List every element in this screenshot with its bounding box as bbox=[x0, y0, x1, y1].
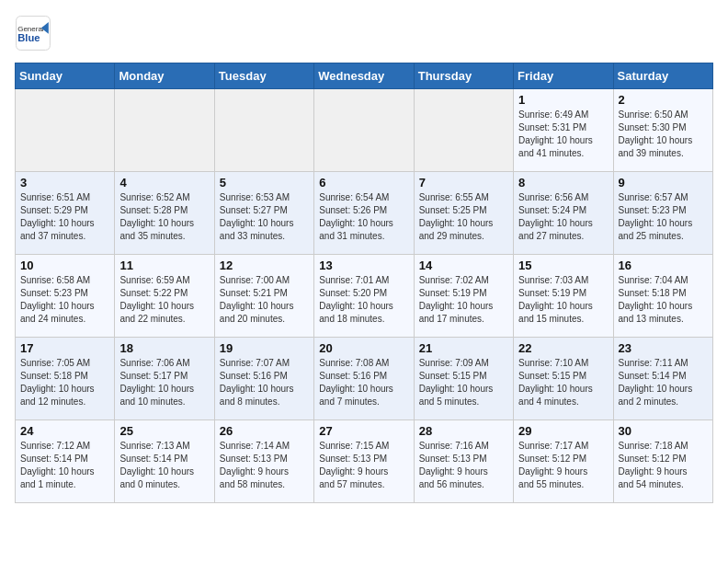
calendar-cell: 28Sunrise: 7:16 AM Sunset: 5:13 PM Dayli… bbox=[414, 420, 513, 503]
day-number: 8 bbox=[518, 176, 608, 190]
day-number: 28 bbox=[419, 424, 508, 438]
weekday-header-wednesday: Wednesday bbox=[314, 63, 414, 89]
day-info: Sunrise: 7:15 AM Sunset: 5:13 PM Dayligh… bbox=[319, 440, 408, 491]
day-number: 5 bbox=[220, 176, 309, 190]
day-number: 17 bbox=[20, 341, 109, 355]
day-info: Sunrise: 7:14 AM Sunset: 5:13 PM Dayligh… bbox=[220, 440, 309, 491]
calendar-cell: 20Sunrise: 7:08 AM Sunset: 5:16 PM Dayli… bbox=[314, 338, 414, 420]
page-header: General Blue bbox=[15, 15, 713, 52]
day-info: Sunrise: 7:07 AM Sunset: 5:16 PM Dayligh… bbox=[220, 357, 309, 408]
weekday-header-saturday: Saturday bbox=[613, 63, 712, 89]
day-number: 9 bbox=[619, 176, 708, 190]
day-info: Sunrise: 7:04 AM Sunset: 5:18 PM Dayligh… bbox=[619, 274, 708, 326]
calendar-cell bbox=[314, 89, 414, 172]
day-info: Sunrise: 7:09 AM Sunset: 5:15 PM Dayligh… bbox=[419, 357, 508, 408]
calendar-cell: 25Sunrise: 7:13 AM Sunset: 5:14 PM Dayli… bbox=[115, 420, 214, 503]
day-number: 30 bbox=[619, 424, 708, 438]
day-number: 21 bbox=[419, 341, 508, 355]
day-info: Sunrise: 6:53 AM Sunset: 5:27 PM Dayligh… bbox=[220, 191, 309, 243]
calendar-cell: 8Sunrise: 6:56 AM Sunset: 5:24 PM Daylig… bbox=[514, 172, 613, 255]
day-number: 26 bbox=[220, 424, 309, 438]
day-info: Sunrise: 6:51 AM Sunset: 5:29 PM Dayligh… bbox=[20, 191, 109, 243]
calendar-cell: 7Sunrise: 6:55 AM Sunset: 5:25 PM Daylig… bbox=[414, 172, 513, 255]
day-number: 1 bbox=[518, 93, 608, 107]
day-info: Sunrise: 7:13 AM Sunset: 5:14 PM Dayligh… bbox=[119, 440, 209, 491]
calendar-cell: 5Sunrise: 6:53 AM Sunset: 5:27 PM Daylig… bbox=[214, 172, 313, 255]
day-info: Sunrise: 7:02 AM Sunset: 5:19 PM Dayligh… bbox=[419, 274, 508, 326]
day-number: 20 bbox=[319, 341, 408, 355]
calendar-cell: 2Sunrise: 6:50 AM Sunset: 5:30 PM Daylig… bbox=[613, 89, 712, 172]
day-number: 2 bbox=[619, 93, 708, 107]
day-number: 18 bbox=[119, 341, 209, 355]
day-number: 29 bbox=[518, 424, 608, 438]
day-info: Sunrise: 6:57 AM Sunset: 5:23 PM Dayligh… bbox=[619, 191, 708, 243]
calendar-cell bbox=[214, 89, 313, 172]
calendar-cell: 17Sunrise: 7:05 AM Sunset: 5:18 PM Dayli… bbox=[16, 338, 115, 420]
weekday-header-sunday: Sunday bbox=[16, 63, 115, 89]
calendar-cell: 19Sunrise: 7:07 AM Sunset: 5:16 PM Dayli… bbox=[214, 338, 313, 420]
day-info: Sunrise: 6:59 AM Sunset: 5:22 PM Dayligh… bbox=[119, 274, 209, 326]
day-number: 7 bbox=[419, 176, 508, 190]
day-number: 12 bbox=[220, 259, 309, 272]
logo: General Blue bbox=[15, 15, 55, 52]
day-number: 13 bbox=[319, 259, 408, 272]
calendar-cell: 24Sunrise: 7:12 AM Sunset: 5:14 PM Dayli… bbox=[16, 420, 115, 503]
calendar-cell bbox=[115, 89, 214, 172]
calendar-table: SundayMondayTuesdayWednesdayThursdayFrid… bbox=[15, 63, 713, 503]
calendar-cell: 18Sunrise: 7:06 AM Sunset: 5:17 PM Dayli… bbox=[115, 338, 214, 420]
day-number: 27 bbox=[319, 424, 408, 438]
weekday-header-monday: Monday bbox=[115, 63, 214, 89]
day-number: 14 bbox=[419, 259, 508, 272]
day-info: Sunrise: 6:54 AM Sunset: 5:26 PM Dayligh… bbox=[319, 191, 408, 243]
day-info: Sunrise: 6:58 AM Sunset: 5:23 PM Dayligh… bbox=[20, 274, 109, 326]
calendar-cell: 26Sunrise: 7:14 AM Sunset: 5:13 PM Dayli… bbox=[214, 420, 313, 503]
calendar-cell: 23Sunrise: 7:11 AM Sunset: 5:14 PM Dayli… bbox=[613, 338, 712, 420]
day-number: 24 bbox=[20, 424, 109, 438]
day-number: 4 bbox=[119, 176, 209, 190]
calendar-cell: 12Sunrise: 7:00 AM Sunset: 5:21 PM Dayli… bbox=[214, 255, 313, 338]
day-info: Sunrise: 7:03 AM Sunset: 5:19 PM Dayligh… bbox=[518, 274, 608, 326]
day-info: Sunrise: 6:50 AM Sunset: 5:30 PM Dayligh… bbox=[619, 109, 708, 160]
calendar-cell: 9Sunrise: 6:57 AM Sunset: 5:23 PM Daylig… bbox=[613, 172, 712, 255]
svg-text:Blue: Blue bbox=[17, 32, 40, 43]
day-info: Sunrise: 6:55 AM Sunset: 5:25 PM Dayligh… bbox=[419, 191, 508, 243]
weekday-header-friday: Friday bbox=[514, 63, 613, 89]
day-info: Sunrise: 7:18 AM Sunset: 5:12 PM Dayligh… bbox=[619, 440, 708, 491]
calendar-cell: 14Sunrise: 7:02 AM Sunset: 5:19 PM Dayli… bbox=[414, 255, 513, 338]
day-info: Sunrise: 7:01 AM Sunset: 5:20 PM Dayligh… bbox=[319, 274, 408, 326]
calendar-cell bbox=[414, 89, 513, 172]
day-info: Sunrise: 7:11 AM Sunset: 5:14 PM Dayligh… bbox=[619, 357, 708, 408]
weekday-header-thursday: Thursday bbox=[414, 63, 513, 89]
calendar-cell: 16Sunrise: 7:04 AM Sunset: 5:18 PM Dayli… bbox=[613, 255, 712, 338]
calendar-cell: 13Sunrise: 7:01 AM Sunset: 5:20 PM Dayli… bbox=[314, 255, 414, 338]
day-number: 10 bbox=[20, 259, 109, 272]
calendar-cell: 29Sunrise: 7:17 AM Sunset: 5:12 PM Dayli… bbox=[514, 420, 613, 503]
day-number: 19 bbox=[220, 341, 309, 355]
calendar-cell: 6Sunrise: 6:54 AM Sunset: 5:26 PM Daylig… bbox=[314, 172, 414, 255]
weekday-header-tuesday: Tuesday bbox=[214, 63, 313, 89]
day-number: 23 bbox=[619, 341, 708, 355]
calendar-cell: 15Sunrise: 7:03 AM Sunset: 5:19 PM Dayli… bbox=[514, 255, 613, 338]
calendar-cell: 11Sunrise: 6:59 AM Sunset: 5:22 PM Dayli… bbox=[115, 255, 214, 338]
day-info: Sunrise: 7:12 AM Sunset: 5:14 PM Dayligh… bbox=[20, 440, 109, 491]
day-info: Sunrise: 7:17 AM Sunset: 5:12 PM Dayligh… bbox=[518, 440, 608, 491]
day-info: Sunrise: 6:56 AM Sunset: 5:24 PM Dayligh… bbox=[518, 191, 608, 243]
day-info: Sunrise: 7:06 AM Sunset: 5:17 PM Dayligh… bbox=[119, 357, 209, 408]
calendar-cell: 4Sunrise: 6:52 AM Sunset: 5:28 PM Daylig… bbox=[115, 172, 214, 255]
day-info: Sunrise: 6:52 AM Sunset: 5:28 PM Dayligh… bbox=[119, 191, 209, 243]
calendar-cell: 10Sunrise: 6:58 AM Sunset: 5:23 PM Dayli… bbox=[16, 255, 115, 338]
day-info: Sunrise: 7:00 AM Sunset: 5:21 PM Dayligh… bbox=[220, 274, 309, 326]
day-info: Sunrise: 7:10 AM Sunset: 5:15 PM Dayligh… bbox=[518, 357, 608, 408]
calendar-cell: 1Sunrise: 6:49 AM Sunset: 5:31 PM Daylig… bbox=[514, 89, 613, 172]
day-number: 25 bbox=[119, 424, 209, 438]
day-number: 6 bbox=[319, 176, 408, 190]
calendar-cell bbox=[16, 89, 115, 172]
calendar-cell: 21Sunrise: 7:09 AM Sunset: 5:15 PM Dayli… bbox=[414, 338, 513, 420]
day-number: 11 bbox=[119, 259, 209, 272]
calendar-cell: 3Sunrise: 6:51 AM Sunset: 5:29 PM Daylig… bbox=[16, 172, 115, 255]
day-number: 3 bbox=[20, 176, 109, 190]
day-number: 16 bbox=[619, 259, 708, 272]
day-info: Sunrise: 7:05 AM Sunset: 5:18 PM Dayligh… bbox=[20, 357, 109, 408]
calendar-cell: 22Sunrise: 7:10 AM Sunset: 5:15 PM Dayli… bbox=[514, 338, 613, 420]
day-info: Sunrise: 7:16 AM Sunset: 5:13 PM Dayligh… bbox=[419, 440, 508, 491]
